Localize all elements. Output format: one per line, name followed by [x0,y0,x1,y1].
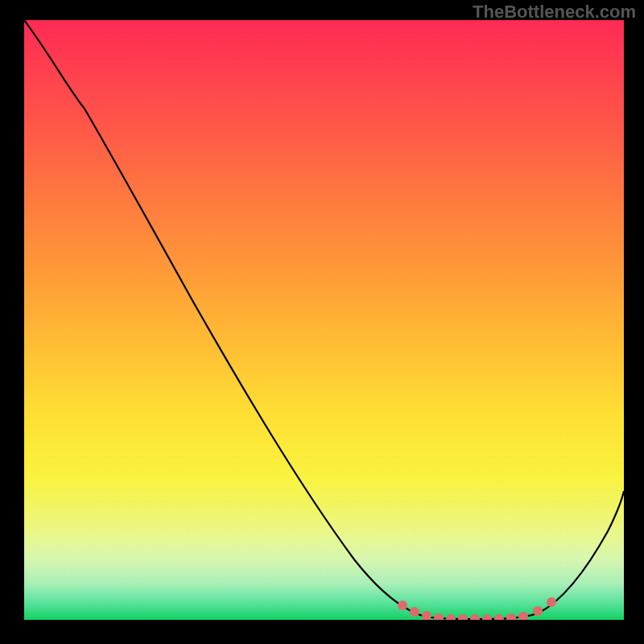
valley-markers [398,597,556,620]
marker-dot [458,614,468,620]
marker-dot [422,611,431,620]
watermark-text: TheBottleneck.com [473,2,636,23]
marker-dot [434,613,444,620]
marker-dot [410,607,419,617]
marker-dot [482,614,492,620]
marker-dot [506,613,516,620]
plot-area [24,20,624,620]
marker-dot [547,597,556,607]
marker-dot [446,614,456,620]
bottleneck-curve [24,20,624,619]
marker-dot [533,606,543,616]
marker-dot [398,601,407,610]
marker-dot [494,614,504,620]
marker-dot [518,612,528,620]
chart-svg [24,20,624,620]
marker-dot [470,614,480,620]
